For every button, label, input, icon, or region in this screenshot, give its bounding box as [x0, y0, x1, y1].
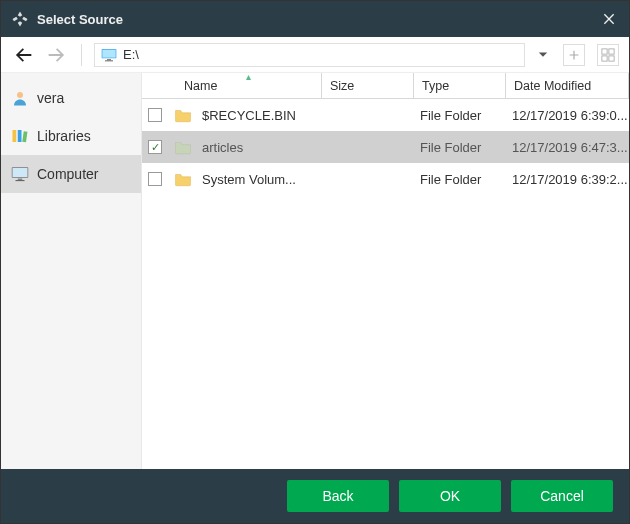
folder-icon [174, 107, 192, 123]
column-name[interactable]: ▴ Name [176, 73, 322, 98]
row-date: 12/17/2019 6:39:2... [504, 172, 629, 187]
sidebar-item-computer[interactable]: Computer [1, 155, 141, 193]
new-folder-button[interactable] [563, 44, 585, 66]
folder-icon [174, 139, 192, 155]
svg-rect-3 [105, 60, 113, 61]
folder-icon [174, 171, 192, 187]
svg-rect-7 [609, 55, 614, 60]
sidebar-item-label: vera [37, 90, 64, 106]
row-date: 12/17/2019 6:47:3... [504, 140, 629, 155]
app-icon [11, 10, 29, 28]
window-title: Select Source [37, 12, 599, 27]
svg-rect-13 [13, 168, 28, 177]
path-box[interactable]: E:\ [94, 43, 525, 67]
row-date: 12/17/2019 6:39:0... [504, 108, 629, 123]
svg-point-8 [17, 92, 23, 98]
svg-rect-6 [602, 55, 607, 60]
sidebar-item-vera[interactable]: vera [1, 79, 141, 117]
file-row[interactable]: articlesFile Folder12/17/2019 6:47:3... [142, 131, 629, 163]
row-checkbox[interactable] [148, 172, 162, 186]
row-checkbox[interactable] [148, 140, 162, 154]
sidebar-item-libraries[interactable]: Libraries [1, 117, 141, 155]
sidebar-item-label: Libraries [37, 128, 91, 144]
nav-divider [81, 44, 82, 66]
svg-rect-2 [107, 59, 111, 60]
computer-icon [11, 165, 29, 183]
sort-indicator-icon: ▴ [246, 73, 251, 82]
libraries-icon [11, 127, 29, 145]
row-name: $RECYCLE.BIN [202, 108, 320, 123]
column-name-label: Name [184, 79, 217, 93]
user-icon [11, 89, 29, 107]
sidebar-item-label: Computer [37, 166, 98, 182]
back-arrow-icon[interactable] [11, 42, 37, 68]
forward-arrow-icon[interactable] [43, 42, 69, 68]
svg-rect-10 [18, 130, 22, 142]
row-type: File Folder [412, 140, 504, 155]
ok-button[interactable]: OK [399, 480, 501, 512]
view-mode-button[interactable] [597, 44, 619, 66]
svg-rect-5 [609, 48, 614, 53]
column-header: ▴ Name Size Type Date Modified [142, 73, 629, 99]
file-row[interactable]: $RECYCLE.BINFile Folder12/17/2019 6:39:0… [142, 99, 629, 131]
cancel-button[interactable]: Cancel [511, 480, 613, 512]
sidebar: vera Libraries Computer [1, 73, 141, 469]
monitor-icon [101, 48, 117, 62]
svg-rect-15 [16, 180, 25, 181]
row-type: File Folder [412, 172, 504, 187]
close-icon[interactable] [599, 9, 619, 29]
file-list: $RECYCLE.BINFile Folder12/17/2019 6:39:0… [142, 99, 629, 195]
column-type-label: Type [422, 79, 449, 93]
path-text: E:\ [123, 47, 139, 62]
footer: Back OK Cancel [1, 469, 629, 523]
navbar: E:\ [1, 37, 629, 73]
svg-rect-14 [18, 179, 23, 181]
svg-rect-9 [13, 130, 17, 142]
svg-rect-4 [602, 48, 607, 53]
path-dropdown-icon[interactable] [535, 51, 551, 59]
column-date-label: Date Modified [514, 79, 591, 93]
row-checkbox[interactable] [148, 108, 162, 122]
row-type: File Folder [412, 108, 504, 123]
column-size-label: Size [330, 79, 354, 93]
back-button[interactable]: Back [287, 480, 389, 512]
file-row[interactable]: System Volum...File Folder12/17/2019 6:3… [142, 163, 629, 195]
row-name: System Volum... [202, 172, 320, 187]
titlebar: Select Source [1, 1, 629, 37]
column-type[interactable]: Type [414, 73, 506, 98]
file-pane: ▴ Name Size Type Date Modified $RECYCLE.… [141, 73, 629, 469]
svg-rect-11 [22, 131, 27, 142]
row-name: articles [202, 140, 320, 155]
column-date[interactable]: Date Modified [506, 73, 629, 98]
column-size[interactable]: Size [322, 73, 414, 98]
svg-rect-1 [102, 49, 115, 57]
